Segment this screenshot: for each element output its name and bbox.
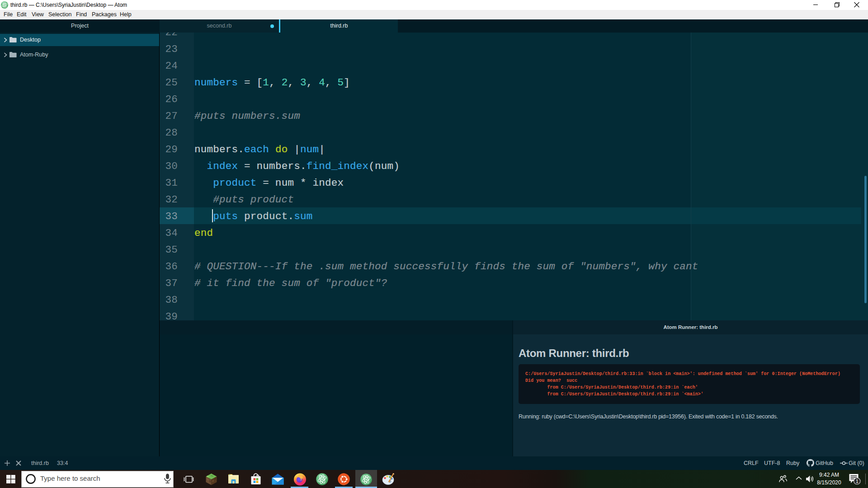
svg-text:1: 1	[856, 479, 859, 484]
